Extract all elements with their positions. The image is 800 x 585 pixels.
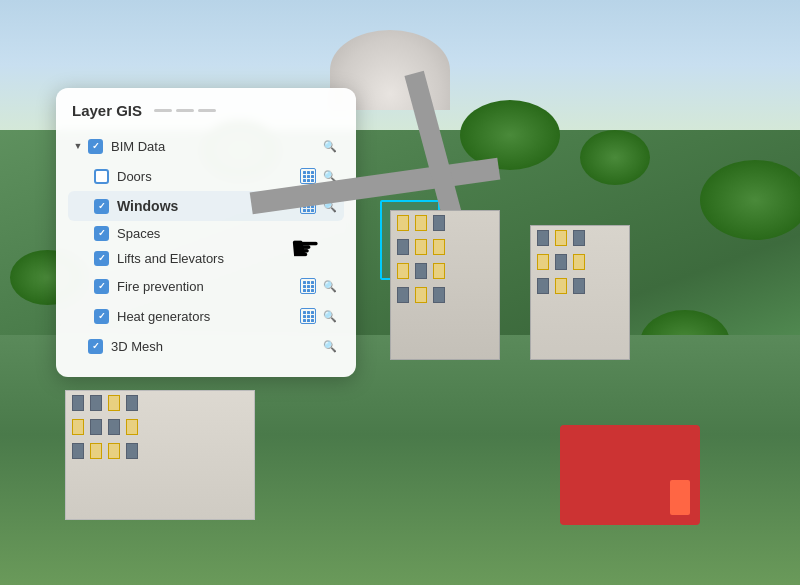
checkbox-lifts[interactable]: ✓ bbox=[94, 251, 109, 266]
checkbox-windows[interactable]: ✓ bbox=[94, 199, 109, 214]
check-mark-lifts: ✓ bbox=[98, 254, 106, 263]
layer-item-heat[interactable]: ✓ Heat generators 🔍 bbox=[72, 301, 340, 331]
layer-name-mesh: 3D Mesh bbox=[111, 339, 320, 354]
table-icon-heat[interactable] bbox=[300, 308, 316, 324]
panel-title: Layer GIS bbox=[72, 102, 142, 119]
checkbox-mesh[interactable]: ✓ bbox=[88, 339, 103, 354]
chevron-icon: ▼ bbox=[72, 140, 84, 152]
layer-item-lifts[interactable]: ✓ Lifts and Elevators bbox=[72, 246, 340, 271]
layer-item-mesh[interactable]: ✓ 3D Mesh 🔍 bbox=[72, 331, 340, 361]
panel-header: Layer GIS bbox=[72, 102, 340, 119]
table-icon-fire[interactable] bbox=[300, 278, 316, 294]
checkbox-doors[interactable] bbox=[94, 169, 109, 184]
search-icon-mesh[interactable]: 🔍 bbox=[320, 336, 340, 356]
layer-item-bim[interactable]: ▼ ✓ BIM Data 🔍 bbox=[72, 131, 340, 161]
checkbox-heat[interactable]: ✓ bbox=[94, 309, 109, 324]
tree-patch bbox=[580, 130, 650, 185]
layer-name-fire: Fire prevention bbox=[117, 279, 300, 294]
search-icon-bim[interactable]: 🔍 bbox=[320, 136, 340, 156]
layer-name-bim: BIM Data bbox=[111, 139, 320, 154]
panel-dashes bbox=[154, 109, 216, 112]
slide bbox=[670, 480, 690, 515]
layer-icons-fire: 🔍 bbox=[300, 276, 340, 296]
playground bbox=[560, 425, 700, 525]
layer-icons-heat: 🔍 bbox=[300, 306, 340, 326]
check-mark-heat: ✓ bbox=[98, 312, 106, 321]
dash-1 bbox=[154, 109, 172, 112]
checkbox-fire[interactable]: ✓ bbox=[94, 279, 109, 294]
layer-list: ▼ ✓ BIM Data 🔍 Doors 🔍 bbox=[72, 131, 340, 361]
check-mark: ✓ bbox=[92, 142, 100, 151]
dash-2 bbox=[176, 109, 194, 112]
check-mark-mesh: ✓ bbox=[92, 342, 100, 351]
tree-patch bbox=[700, 160, 800, 240]
layer-item-fire[interactable]: ✓ Fire prevention 🔍 bbox=[72, 271, 340, 301]
layer-name-spaces: Spaces bbox=[117, 226, 340, 241]
search-icon-fire[interactable]: 🔍 bbox=[320, 276, 340, 296]
dash-3 bbox=[198, 109, 216, 112]
search-icon-heat[interactable]: 🔍 bbox=[320, 306, 340, 326]
center-building bbox=[390, 210, 500, 360]
layer-name-lifts: Lifts and Elevators bbox=[117, 251, 340, 266]
layer-gis-panel: Layer GIS ▼ ✓ BIM Data 🔍 Doors bbox=[56, 88, 356, 377]
checkbox-spaces[interactable]: ✓ bbox=[94, 226, 109, 241]
layer-name-heat: Heat generators bbox=[117, 309, 300, 324]
layer-name-doors: Doors bbox=[117, 169, 300, 184]
table-icon-doors[interactable] bbox=[300, 168, 316, 184]
layer-icons-mesh: 🔍 bbox=[320, 336, 340, 356]
right-building bbox=[530, 225, 630, 360]
bottom-left-building bbox=[65, 390, 255, 520]
check-mark-windows: ✓ bbox=[98, 202, 106, 211]
check-mark-fire: ✓ bbox=[98, 282, 106, 291]
checkbox-bim[interactable]: ✓ bbox=[88, 139, 103, 154]
check-mark-spaces: ✓ bbox=[98, 229, 106, 238]
layer-item-spaces[interactable]: ✓ Spaces bbox=[72, 221, 340, 246]
tree-patch bbox=[460, 100, 560, 170]
layer-icons-bim: 🔍 bbox=[320, 136, 340, 156]
